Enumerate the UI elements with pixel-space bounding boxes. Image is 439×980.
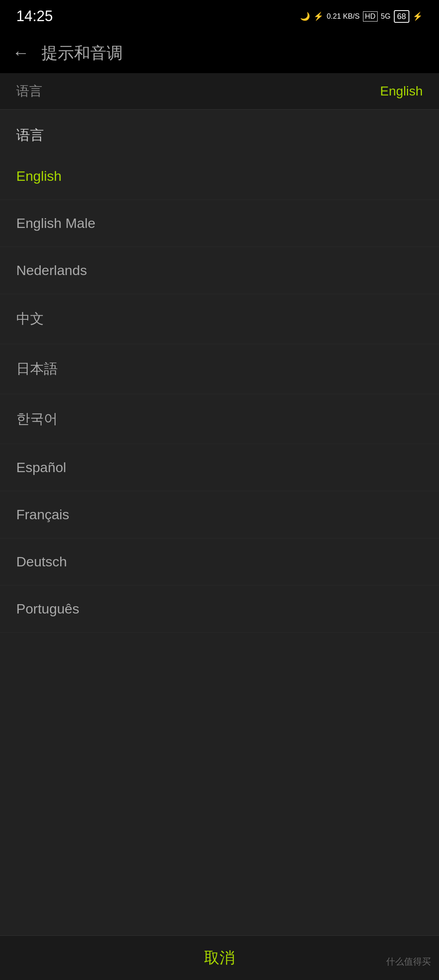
nav-bar: ← 提示和音调 xyxy=(0,33,439,73)
charging-icon: ⚡ xyxy=(413,11,423,21)
language-group-header: 语言 xyxy=(0,110,439,153)
language-item[interactable]: 한국어 xyxy=(0,394,439,444)
language-item[interactable]: English Male xyxy=(0,200,439,247)
section-header: 语言 English xyxy=(0,73,439,110)
language-item[interactable]: Español xyxy=(0,444,439,491)
status-bar: 14:25 🌙 ⚡ 0.21 KB/S HD 5G 68 ⚡ xyxy=(0,0,439,33)
language-item[interactable]: 中文 xyxy=(0,294,439,344)
moon-icon: 🌙 xyxy=(300,11,310,21)
page-title: 提示和音调 xyxy=(41,42,123,64)
language-item[interactable]: Português xyxy=(0,585,439,633)
status-time: 14:25 xyxy=(16,8,53,25)
cancel-bar: 取消 xyxy=(0,935,439,980)
language-item[interactable]: Nederlands xyxy=(0,247,439,294)
section-header-value: English xyxy=(380,84,423,99)
battery-indicator: 68 xyxy=(394,10,409,23)
signal-icon: 5G xyxy=(381,12,391,21)
cancel-button[interactable]: 取消 xyxy=(180,939,259,976)
network-speed: 0.21 KB/S xyxy=(327,12,360,21)
status-icons: 🌙 ⚡ 0.21 KB/S HD 5G 68 ⚡ xyxy=(300,10,423,23)
language-item[interactable]: English xyxy=(0,153,439,200)
watermark: 什么值得买 xyxy=(386,956,431,968)
language-item[interactable]: Deutsch xyxy=(0,538,439,585)
back-button[interactable]: ← xyxy=(12,43,29,63)
bluetooth-icon: ⚡ xyxy=(313,11,324,21)
language-list: 语言 EnglishEnglish MaleNederlands中文日本語한국어… xyxy=(0,110,439,935)
section-header-label: 语言 xyxy=(16,82,42,100)
language-items-container: EnglishEnglish MaleNederlands中文日本語한국어Esp… xyxy=(0,153,439,633)
language-item[interactable]: 日本語 xyxy=(0,344,439,394)
hd-badge: HD xyxy=(363,11,378,22)
language-item[interactable]: Français xyxy=(0,491,439,538)
